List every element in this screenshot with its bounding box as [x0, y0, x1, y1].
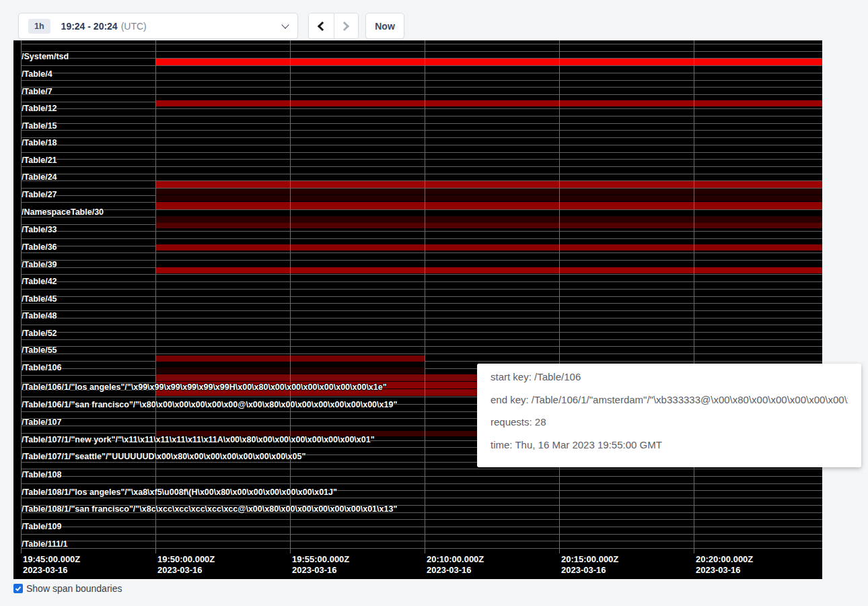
tooltip-start-key: start key: /Table/106 — [491, 370, 848, 384]
footer-controls: Show span boundaries — [13, 583, 122, 594]
x-axis-date: 2023-03-16 — [427, 565, 484, 576]
checkmark-icon — [15, 585, 22, 592]
row-label: /Table/107/1/"new york"/"\x11\x11\x11\x1… — [22, 435, 375, 444]
span-boundary-line — [21, 231, 823, 232]
key-visualizer-canvas[interactable]: /System/tsd/Table/4/Table/7/Table/12/Tab… — [13, 40, 822, 579]
row-label: /Table/55 — [22, 345, 57, 355]
span-boundary-line — [21, 281, 823, 282]
span-boundary-line — [21, 108, 823, 109]
x-axis-label: 20:15:00.000Z2023-03-16 — [561, 554, 618, 575]
span-boundary-line — [21, 137, 823, 138]
row-label: /Table/108 — [22, 470, 62, 479]
row-label: /Table/106 — [22, 363, 62, 372]
row-label: /System/tsd — [22, 52, 69, 61]
span-boundary-line — [21, 123, 823, 124]
x-axis-label: 19:50:00.000Z2023-03-16 — [157, 554, 215, 575]
span-boundary-line — [21, 94, 823, 95]
show-span-boundaries-checkbox[interactable] — [13, 584, 23, 593]
row-label: /Table/106/1/"los angeles"/"\x99\x99\x99… — [22, 382, 387, 392]
x-axis-label: 19:55:00.000Z2023-03-16 — [292, 554, 349, 575]
time-range-text: 19:24 - 20:24 — [61, 21, 118, 32]
row-label: /Table/107 — [22, 417, 62, 427]
x-axis-date: 2023-03-16 — [292, 565, 349, 576]
row-label: /Table/36 — [22, 242, 57, 252]
time-range-nav-group — [308, 13, 359, 39]
row-label: /Table/109 — [22, 522, 62, 531]
time-gridline — [290, 40, 291, 553]
span-boundary-line — [21, 166, 823, 167]
span-boundary-line — [21, 519, 823, 520]
span-boundary-line — [21, 332, 823, 333]
chevron-right-icon — [340, 21, 349, 30]
row-label: /Table/111/1 — [22, 539, 68, 549]
x-axis-date: 2023-03-16 — [23, 565, 80, 576]
span-boundary-line — [21, 65, 823, 66]
x-axis-date: 2023-03-16 — [696, 565, 753, 576]
span-boundary-line — [21, 130, 823, 131]
prev-range-button[interactable] — [309, 13, 334, 38]
span-boundary-line — [21, 209, 823, 210]
row-label: /Table/4 — [22, 69, 52, 79]
x-axis-time: 19:55:00.000Z — [292, 554, 349, 565]
heatmap-bar[interactable] — [155, 100, 822, 106]
heatmap-bar[interactable] — [155, 202, 822, 209]
span-boundary-line — [21, 44, 823, 44]
x-axis-time: 20:10:00.000Z — [427, 554, 484, 565]
span-boundary-line — [21, 339, 823, 340]
show-span-boundaries-label: Show span boundaries — [26, 583, 122, 594]
x-axis-label: 20:20:00.000Z2023-03-16 — [696, 554, 753, 575]
span-boundary-line — [21, 527, 823, 527]
heatmap-bar[interactable] — [155, 244, 822, 250]
row-label: /Table/108/1/"san francisco"/"\x8c\xcc\x… — [22, 504, 397, 514]
time-gridline — [155, 40, 156, 553]
heatmap-bar[interactable] — [155, 181, 822, 187]
row-label: /Table/52 — [22, 329, 57, 338]
span-boundary-line — [21, 145, 823, 145]
span-boundary-line — [21, 346, 823, 347]
row-label: /Table/7 — [22, 87, 52, 96]
span-boundary-line — [21, 469, 823, 469]
span-boundary-line — [21, 548, 823, 549]
row-label: /Table/42 — [22, 277, 57, 286]
now-button[interactable]: Now — [365, 13, 404, 39]
x-axis-date: 2023-03-16 — [561, 565, 618, 576]
time-range-zone: (UTC) — [121, 21, 147, 32]
row-label: /Table/15 — [22, 121, 57, 131]
heatmap-bar[interactable] — [155, 216, 822, 222]
x-axis-label: 20:10:00.000Z2023-03-16 — [427, 554, 484, 575]
row-label: /Table/48 — [22, 311, 57, 321]
span-boundary-line — [21, 325, 823, 325]
row-label: /Table/108/1/"los angeles"/"\xa8\xf5\u00… — [22, 487, 337, 497]
key-visualizer-page: 1h 19:24 - 20:24 (UTC) Now /System/tsd/T… — [0, 0, 868, 606]
span-boundary-line — [21, 73, 823, 73]
heatmap-bar[interactable] — [155, 189, 822, 195]
span-boundary-line — [21, 541, 823, 541]
span-boundary-line — [21, 159, 823, 160]
span-boundary-line — [21, 296, 823, 297]
x-axis-time: 19:45:00.000Z — [23, 554, 80, 565]
heatmap-bar[interactable] — [155, 195, 822, 201]
next-range-button[interactable] — [334, 13, 359, 38]
heatmap-bar[interactable] — [155, 223, 822, 228]
span-boundary-line — [21, 274, 823, 275]
chevron-down-icon — [281, 21, 289, 28]
heatmap-bar[interactable] — [155, 267, 822, 273]
heatmap-bar[interactable] — [155, 59, 822, 65]
span-boundary-line — [21, 354, 823, 354]
time-gridline — [694, 40, 694, 553]
x-axis-time: 20:20:00.000Z — [696, 554, 753, 565]
time-gridline — [425, 40, 425, 553]
x-axis-time: 19:50:00.000Z — [157, 554, 215, 565]
span-boundary-line — [21, 318, 823, 318]
span-boundary-line — [21, 310, 823, 311]
span-boundary-line — [21, 238, 823, 239]
span-boundary-line — [21, 51, 823, 52]
tooltip-requests: requests: 28 — [491, 415, 848, 429]
span-boundary-line — [21, 289, 823, 290]
tooltip-end-key: end key: /Table/106/1/"amsterdam"/"\xb33… — [491, 393, 848, 407]
chevron-left-icon — [318, 21, 327, 30]
row-label: /Table/33 — [22, 225, 57, 234]
time-range-select[interactable]: 1h 19:24 - 20:24 (UTC) — [18, 13, 298, 39]
span-tooltip: start key: /Table/106 end key: /Table/10… — [477, 364, 861, 467]
row-label: /Table/24 — [22, 172, 57, 182]
